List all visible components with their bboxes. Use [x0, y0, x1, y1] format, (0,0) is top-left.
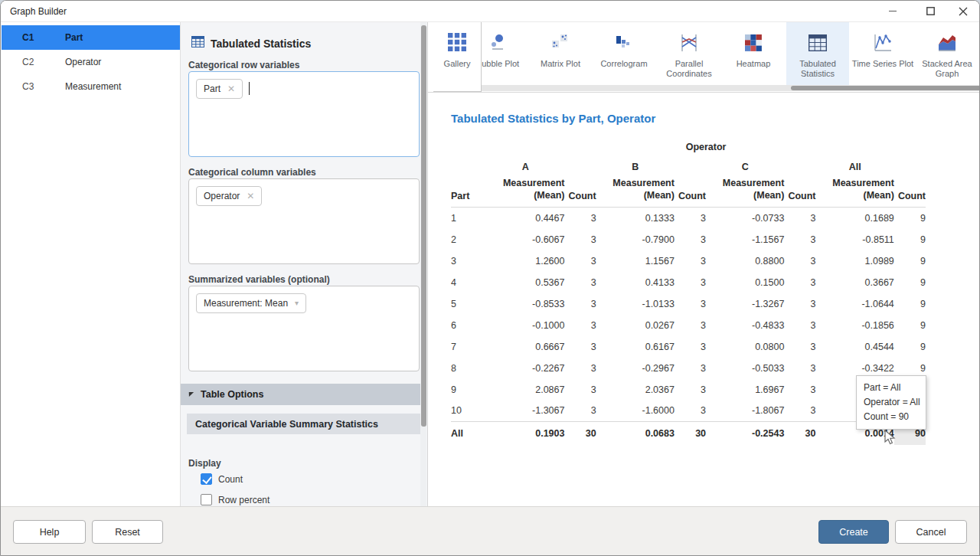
- value-cell[interactable]: 0.5367: [486, 272, 564, 293]
- value-cell[interactable]: 3: [564, 358, 596, 379]
- value-cell[interactable]: 0.1333: [596, 208, 675, 229]
- value-cell[interactable]: 3: [784, 358, 815, 379]
- gallery-item-heatmap[interactable]: Heatmap: [722, 22, 785, 85]
- value-cell[interactable]: 3: [564, 250, 596, 272]
- value-cell[interactable]: 0.4133: [596, 272, 675, 293]
- value-cell[interactable]: -0.6067: [486, 229, 564, 250]
- maximize-icon[interactable]: [915, 1, 946, 21]
- row-variables-input[interactable]: Part ✕: [188, 71, 420, 157]
- value-cell[interactable]: 9: [894, 293, 926, 315]
- gallery-scrollbar-track[interactable]: [482, 85, 980, 91]
- value-cell[interactable]: 3: [784, 336, 815, 358]
- part-cell[interactable]: 3: [451, 250, 486, 272]
- value-cell[interactable]: 3: [564, 315, 596, 336]
- value-cell[interactable]: 2.0867: [486, 379, 564, 401]
- panel-scrollbar-thumb[interactable]: [421, 25, 426, 427]
- gallery-scrollbar-thumb[interactable]: [791, 86, 980, 90]
- summarized-variables-input[interactable]: Measurement: Mean ▾: [188, 286, 420, 371]
- value-cell[interactable]: 3: [675, 315, 706, 336]
- value-cell[interactable]: -0.5033: [706, 358, 784, 379]
- value-cell[interactable]: -0.1856: [816, 315, 894, 336]
- value-cell[interactable]: 3: [564, 336, 596, 358]
- part-cell[interactable]: 1: [451, 208, 486, 229]
- value-cell[interactable]: 3: [675, 208, 706, 229]
- value-cell[interactable]: 0.1689: [816, 208, 894, 229]
- chevron-down-icon[interactable]: ▾: [295, 299, 299, 307]
- value-cell[interactable]: 3: [564, 229, 596, 250]
- value-cell[interactable]: 3: [675, 336, 706, 358]
- value-cell[interactable]: 9: [894, 315, 926, 336]
- value-cell[interactable]: -1.6000: [596, 401, 675, 422]
- value-cell[interactable]: 3: [564, 401, 596, 422]
- value-cell[interactable]: -0.2267: [486, 358, 564, 379]
- value-cell[interactable]: -1.3067: [486, 401, 564, 422]
- value-cell[interactable]: 0.1903: [486, 422, 564, 445]
- value-cell[interactable]: 0.4467: [486, 208, 564, 229]
- value-cell[interactable]: 9: [894, 208, 926, 229]
- part-cell[interactable]: 8: [451, 358, 486, 379]
- value-cell[interactable]: 3: [784, 315, 815, 336]
- count-checkbox[interactable]: [201, 473, 212, 485]
- value-cell[interactable]: 30: [784, 422, 815, 445]
- value-cell[interactable]: 3: [675, 229, 706, 250]
- part-cell[interactable]: All: [451, 422, 486, 445]
- table-options-header[interactable]: Table Options: [181, 384, 423, 405]
- value-cell[interactable]: 0.0683: [596, 422, 675, 445]
- gallery-item-time-series-plot[interactable]: Time Series Plot: [851, 22, 914, 85]
- value-cell[interactable]: -0.8511: [816, 229, 894, 250]
- value-cell[interactable]: 3: [675, 379, 706, 401]
- value-cell[interactable]: 2.0367: [596, 379, 675, 401]
- cancel-button[interactable]: Cancel: [895, 520, 967, 544]
- create-button[interactable]: Create: [818, 520, 889, 544]
- value-cell[interactable]: -1.0133: [596, 293, 675, 315]
- gallery-item-parallel-coordinates[interactable]: Parallel Coordinates: [658, 22, 720, 85]
- value-cell[interactable]: -0.8533: [486, 293, 564, 315]
- help-button[interactable]: Help: [13, 520, 86, 544]
- value-cell[interactable]: 1.0989: [816, 250, 894, 272]
- value-cell[interactable]: 3: [784, 401, 815, 422]
- value-cell[interactable]: 0.0267: [596, 315, 675, 336]
- column-variables-input[interactable]: Operator ✕: [188, 178, 420, 264]
- variable-chip-measurement-mean[interactable]: Measurement: Mean ▾: [196, 293, 306, 313]
- value-cell[interactable]: -0.1000: [486, 315, 564, 336]
- value-cell[interactable]: 9: [894, 336, 926, 358]
- value-cell[interactable]: -0.2967: [596, 358, 675, 379]
- part-cell[interactable]: 7: [451, 336, 486, 358]
- value-cell[interactable]: -1.0644: [816, 293, 894, 315]
- value-cell[interactable]: 3: [675, 272, 706, 293]
- value-cell[interactable]: 3: [564, 379, 596, 401]
- value-cell[interactable]: 9: [894, 229, 926, 250]
- value-cell[interactable]: 3: [784, 229, 815, 250]
- row-percent-checkbox[interactable]: [201, 494, 212, 505]
- remove-chip-icon[interactable]: ✕: [227, 84, 235, 93]
- reset-button[interactable]: Reset: [92, 520, 163, 544]
- value-cell[interactable]: 0.6167: [596, 336, 675, 358]
- part-cell[interactable]: 6: [451, 315, 486, 336]
- value-cell[interactable]: 0.8800: [706, 250, 784, 272]
- value-cell[interactable]: -0.2543: [706, 422, 784, 445]
- part-cell[interactable]: 9: [451, 379, 486, 401]
- minimize-icon[interactable]: [877, 1, 908, 21]
- value-cell[interactable]: 0.0800: [706, 336, 784, 358]
- value-cell[interactable]: 3: [784, 293, 815, 315]
- gallery-item-matrix-plot[interactable]: Matrix Plot: [529, 22, 592, 85]
- part-cell[interactable]: 10: [451, 401, 486, 422]
- value-cell[interactable]: 3: [784, 272, 815, 293]
- display-checkbox-row[interactable]: Row percent: [201, 494, 270, 505]
- part-cell[interactable]: 4: [451, 272, 486, 293]
- value-cell[interactable]: 3: [784, 208, 815, 229]
- value-cell[interactable]: 0.3667: [816, 272, 894, 293]
- value-cell[interactable]: 3: [784, 379, 815, 401]
- value-cell[interactable]: 30: [564, 422, 596, 445]
- value-cell[interactable]: -0.7900: [596, 229, 675, 250]
- value-cell[interactable]: 3: [675, 250, 706, 272]
- value-cell[interactable]: -0.0733: [706, 208, 784, 229]
- value-cell[interactable]: -1.3267: [706, 293, 784, 315]
- value-cell[interactable]: 9: [894, 272, 926, 293]
- value-cell[interactable]: -1.8067: [706, 401, 784, 422]
- gallery-item-correlogram[interactable]: Correlogram: [593, 22, 655, 85]
- gallery-button[interactable]: Gallery: [433, 22, 482, 92]
- value-cell[interactable]: 3: [564, 272, 596, 293]
- part-cell[interactable]: 5: [451, 293, 486, 315]
- gallery-item-stacked-area-graph[interactable]: Stacked Area Graph: [916, 22, 978, 85]
